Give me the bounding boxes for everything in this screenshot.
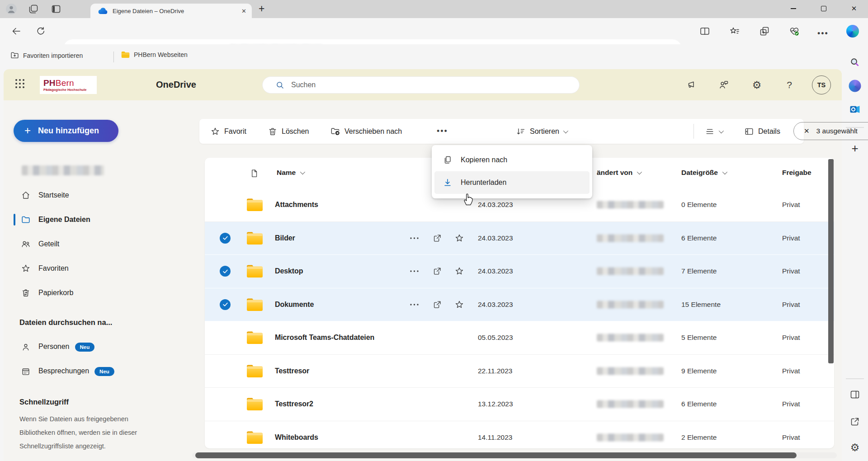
sidebar-item-personen[interactable]: PersonenNeu [4,337,189,358]
file-name[interactable]: Testtresor2 [275,400,313,408]
sidebar-item-eigene-dateien[interactable]: Eigene Dateien [4,209,189,230]
workspaces-icon[interactable] [28,4,39,14]
favorite-button[interactable]: Favorit [210,119,246,144]
file-name[interactable]: Bilder [275,234,295,242]
more-commands-button[interactable]: ••• [437,119,448,144]
move-to-button[interactable]: Verschieben nach [330,119,402,144]
back-icon[interactable] [11,26,22,37]
row-favorite-icon[interactable] [454,266,464,276]
collections-icon[interactable] [759,26,770,37]
file-name[interactable]: Attachments [275,201,318,209]
feedback-icon[interactable] [714,75,734,95]
microsoft365-icon[interactable] [849,80,861,92]
sidebar-add-icon[interactable]: + [851,141,858,155]
table-row[interactable]: Microsoft Teams-Chatdateien 05.05.2023 5… [205,321,834,355]
tab-actions-icon[interactable] [51,4,61,14]
row-share-icon[interactable] [432,300,442,310]
clear-selection-icon[interactable]: ✕ [804,127,810,135]
sidebar-item-label: Startseite [38,191,69,199]
selection-count-pill[interactable]: ✕ 3 ausgewählt [793,122,868,140]
app-settings-gear-icon[interactable]: ⚙ [747,75,767,95]
sidebar-search-icon[interactable] [849,57,861,68]
menu-item-download[interactable]: Herunterladen [434,171,590,194]
copilot-icon[interactable] [846,25,859,38]
outlook-icon[interactable] [849,104,861,115]
sort-button[interactable]: Sortieren [516,119,567,144]
view-options-button[interactable] [705,119,722,144]
file-name[interactable]: Dokumente [275,301,314,309]
column-header-size[interactable]: Dateigröße [681,169,726,177]
tab-close-icon[interactable]: ✕ [241,8,246,14]
import-favorites-button[interactable]: Favoriten importieren [10,51,83,60]
account-avatar[interactable]: TS [812,75,831,94]
favorites-bar-icon[interactable] [729,26,740,37]
vertical-scrollbar[interactable] [828,159,834,363]
column-header-name[interactable]: Name [277,169,304,177]
phbern-logo[interactable]: PHBern Pädagogische Hochschule [40,76,97,94]
onedrive-cloud-icon [98,8,108,14]
split-screen-icon[interactable] [699,26,710,37]
sidebar-item-papierkorb[interactable]: Papierkorb [4,282,189,303]
details-button[interactable]: Details [744,119,780,144]
import-favorites-label: Favoriten importieren [23,52,83,59]
modified-date: 24.03.2023 [478,201,513,209]
table-row[interactable]: Dokumente 24.03.2023 15 Elemente Privat [205,288,834,322]
row-more-icon[interactable] [410,270,419,273]
tab-title: Eigene Dateien – OneDrive [113,8,184,14]
table-row[interactable]: Whiteboards 14.11.2023 2 Elemente Privat [205,421,834,449]
row-share-icon[interactable] [432,233,442,243]
logo-text-rest: Bern [56,78,74,88]
delete-button[interactable]: Löschen [268,119,309,144]
table-row[interactable]: Desktop 24.03.2023 7 Elemente Privat [205,255,834,288]
sidebar-item-startseite[interactable]: Startseite [4,185,189,206]
redacted-modified-by [597,334,664,342]
row-favorite-icon[interactable] [454,300,464,310]
help-icon[interactable]: ? [779,75,799,95]
window-maximize-icon[interactable] [813,0,834,17]
row-favorite-icon[interactable] [454,233,464,243]
window-minimize-icon[interactable] [783,0,804,17]
selected-check-icon[interactable] [220,266,231,277]
column-header-modified-by[interactable]: ändert von [597,169,641,177]
new-add-button[interactable]: + Neu hinzufügen [14,120,118,142]
favorite-phbern-webseiten[interactable]: PHBern Webseiten [121,51,188,59]
row-more-icon[interactable] [410,303,419,306]
edge-sidebar: + ⚙ [842,44,868,461]
browser-profile-icon[interactable] [5,3,17,15]
new-add-label: Neu hinzufügen [38,126,99,136]
selected-check-icon[interactable] [220,299,231,310]
row-share-icon[interactable] [432,266,442,276]
reload-icon[interactable] [35,26,46,37]
window-close-icon[interactable]: ✕ [844,0,864,17]
file-name[interactable]: Whiteboards [275,433,318,442]
column-header-share[interactable]: Freigabe [782,169,811,177]
file-name[interactable]: Testtresor [275,367,309,375]
sidebar-divider-bottom [846,379,864,379]
browser-settings-more-icon[interactable]: ••• [817,29,829,38]
logo-text-bold: PH [43,78,56,88]
megaphone-icon[interactable] [681,75,701,95]
browser-tab[interactable]: Eigene Dateien – OneDrive ✕ [90,4,252,18]
horizontal-scrollbar[interactable] [195,452,797,458]
sidebar-item-geteilt[interactable]: Geteilt [4,234,189,254]
sidebar-panel-icon[interactable] [849,389,860,400]
file-name[interactable]: Desktop [275,267,303,275]
open-external-icon[interactable] [849,416,860,427]
browser-essentials-icon[interactable] [789,26,800,37]
table-row[interactable]: Testtresor2 13.12.2023 6 Elemente Privat [205,388,834,421]
new-tab-icon[interactable]: + [259,3,264,15]
sidebar-item-favoriten[interactable]: Favoriten [4,258,189,279]
search-box[interactable]: Suchen [262,76,580,94]
items-count: 15 Elemente [681,301,721,309]
menu-item-copy-to[interactable]: Kopieren nach [434,149,590,171]
table-row[interactable]: Testtresor 22.11.2023 9 Elemente Privat [205,355,834,388]
sidebar-item-besprechungen[interactable]: BesprechungenNeu [4,361,189,382]
file-name[interactable]: Microsoft Teams-Chatdateien [275,334,374,342]
selected-check-icon[interactable] [220,233,231,244]
row-more-icon[interactable] [410,237,419,240]
settings-gear-icon[interactable]: ⚙ [850,442,860,453]
home-icon [21,190,31,200]
document-type-icon[interactable] [250,169,259,178]
table-row[interactable]: Bilder 24.03.2023 6 Elemente Privat [205,222,834,255]
waffle-menu-icon[interactable] [15,79,24,88]
